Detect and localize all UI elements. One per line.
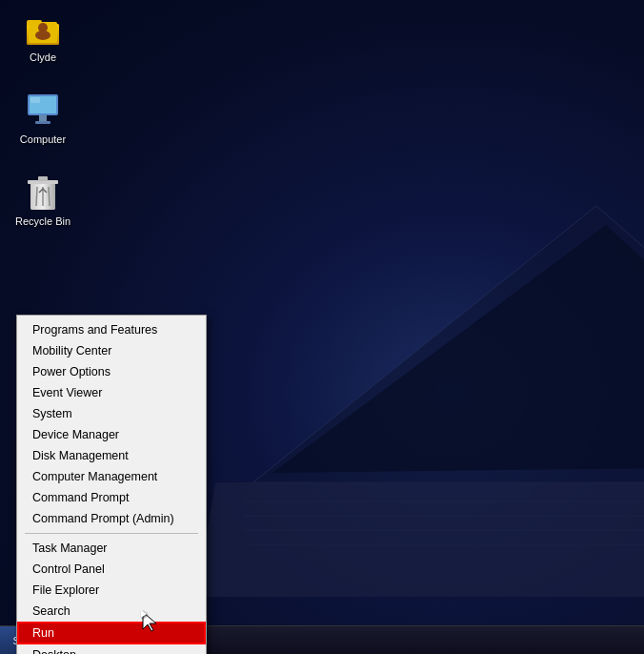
desktop-icon-recycle-bin[interactable]: Recycle Bin: [10, 174, 76, 227]
svg-marker-3: [272, 225, 644, 473]
computer-label: Computer: [20, 133, 66, 145]
menu-item-event-viewer[interactable]: Event Viewer: [17, 382, 206, 403]
svg-rect-24: [39, 115, 47, 121]
menu-item-command-prompt-admin[interactable]: Command Prompt (Admin): [17, 508, 206, 529]
menu-item-system[interactable]: System: [17, 403, 206, 424]
menu-item-programs-features[interactable]: Programs and Features: [17, 319, 206, 340]
menu-item-power-options[interactable]: Power Options: [17, 361, 206, 382]
menu-item-run[interactable]: Run: [17, 622, 206, 644]
desktop-icon-clyde[interactable]: Clyde: [10, 10, 76, 63]
svg-rect-25: [35, 121, 50, 124]
desktop: Clyde Computer: [0, 0, 644, 654]
svg-rect-30: [38, 176, 48, 181]
menu-item-file-explorer[interactable]: File Explorer: [17, 580, 206, 601]
menu-item-search[interactable]: Search: [17, 601, 206, 622]
context-menu: Programs and Features Mobility Center Po…: [16, 315, 207, 654]
recycle-bin-label: Recycle Bin: [15, 215, 70, 227]
menu-item-disk-management[interactable]: Disk Management: [17, 445, 206, 466]
svg-point-20: [35, 31, 50, 40]
menu-item-computer-management[interactable]: Computer Management: [17, 466, 206, 487]
svg-line-31: [36, 187, 37, 206]
menu-item-task-manager[interactable]: Task Manager: [17, 538, 206, 559]
svg-line-33: [49, 187, 50, 206]
svg-marker-2: [196, 482, 644, 597]
menu-separator-1: [25, 533, 198, 534]
desktop-icon-computer[interactable]: Computer: [10, 92, 76, 145]
desktop-icons-container: Clyde Computer: [10, 10, 76, 227]
clyde-icon: [24, 10, 62, 48]
menu-item-command-prompt[interactable]: Command Prompt: [17, 487, 206, 508]
clyde-label: Clyde: [30, 51, 56, 63]
menu-item-control-panel[interactable]: Control Panel: [17, 559, 206, 580]
laptop-background: [196, 196, 644, 654]
menu-item-mobility-center[interactable]: Mobility Center: [17, 340, 206, 361]
recycle-bin-icon: [24, 174, 62, 212]
computer-icon: [24, 92, 62, 130]
menu-item-device-manager[interactable]: Device Manager: [17, 424, 206, 445]
svg-rect-26: [30, 97, 40, 103]
menu-item-desktop[interactable]: Desktop: [17, 644, 206, 654]
